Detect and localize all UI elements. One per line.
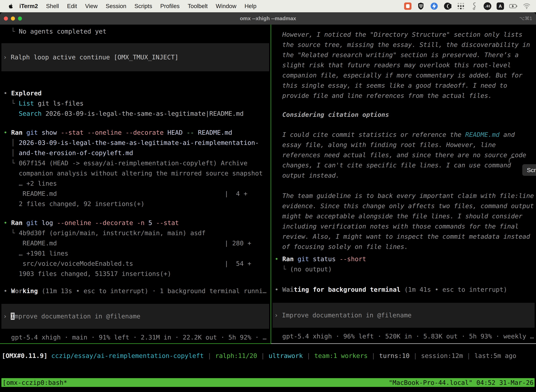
dots-grid-icon[interactable]: [457, 2, 465, 10]
terminal-line: 1903 files changed, 513517 insertions(+): [4, 269, 271, 279]
terminal-line: │ and-the-erosion-of-copyleft.md: [4, 148, 271, 158]
terminal-line: │ 2026-03-09-is-legal-the-same-as-legiti…: [4, 138, 271, 148]
terminal-line: references need actual files, and since …: [275, 150, 536, 160]
menu-item-profiles[interactable]: Profiles: [160, 3, 180, 9]
spacer: [4, 119, 271, 127]
ralph-loop-banner-text: › Ralph loop active continue [OMX_TMUX_I…: [3, 52, 178, 62]
text-segment: --short: [336, 255, 366, 263]
menu-item-toolbelt[interactable]: Toolbelt: [188, 3, 208, 9]
text-segment: › Improve documentation in @filename: [274, 312, 412, 319]
menu-item-shell[interactable]: Shell: [46, 3, 59, 9]
text-segment: last:5m ago: [474, 352, 516, 359]
menu-item-edit[interactable]: Edit: [67, 3, 77, 9]
keyboard-layout-label: A: [499, 4, 502, 9]
prompt-input-right[interactable]: › Improve documentation in @filename: [273, 303, 535, 328]
text-segment: of focusing solely on file lines.: [275, 243, 408, 250]
text-segment: └: [4, 100, 19, 107]
spacer: [275, 26, 536, 29]
text-segment: --oneline --decorate -n: [53, 219, 144, 226]
text-segment: |: [257, 352, 268, 359]
text-segment: └: [4, 159, 19, 167]
terminal-line: Search 2026-03-09-is-legal-the-same-as-l…: [4, 108, 271, 119]
pie-chart-icon[interactable]: [444, 2, 452, 10]
text-segment: turns:10: [379, 352, 410, 359]
text-segment: │: [4, 139, 19, 146]
menu-item-scripts[interactable]: Scripts: [134, 3, 152, 9]
window-title: omx --xhigh --madmax: [0, 15, 536, 21]
text-segment: [OMX#0.11.9]: [2, 352, 48, 359]
terminal-line: • Working (11m 13s • esc to interrupt) ·…: [4, 286, 271, 296]
text-segment: Ran: [282, 255, 294, 263]
text-segment: --stat --oneline --decorate: [57, 129, 163, 136]
wifi-icon[interactable]: [523, 2, 531, 10]
text-segment: 067f154 (HEAD -> essay/ai-reimplementati…: [19, 159, 247, 167]
count-badge-label: ..61: [485, 4, 490, 8]
text-segment: Wai: [282, 286, 294, 293]
terminal-line: README.md | 4 +: [4, 189, 271, 199]
ralph-loop-banner: › Ralph loop active continue [OMX_TMUX_I…: [1, 43, 269, 71]
text-segment: mprove documentation in @filename: [14, 313, 140, 320]
text-segment: •: [4, 219, 11, 226]
prompt-input-left[interactable]: › Improve documentation in @filename: [1, 304, 269, 329]
shield-grid-icon[interactable]: [417, 2, 425, 10]
terminal-line: … +1901 lines: [4, 248, 271, 258]
text-segment: 2026-03-09-is-legal-the-same-as-legitima…: [42, 110, 244, 117]
text-segment: gpt-5.4 xhigh · main · 91% left · 2.31M …: [4, 334, 267, 341]
lightning-hexagon-icon[interactable]: [430, 2, 438, 10]
menu-item-view[interactable]: View: [85, 3, 98, 9]
screen-recording-icon[interactable]: [404, 2, 412, 10]
left-pane[interactable]: └ No agents completed yet› Ralph loop ac…: [0, 25, 271, 344]
title-bar[interactable]: omx --xhigh --madmax ⌥⌘1: [0, 12, 536, 25]
text-segment: companion analysis without altering the …: [4, 170, 263, 177]
text-segment: companion file, especially if more comme…: [275, 72, 522, 79]
text-segment: •: [275, 255, 282, 263]
text-segment: and-the-erosion-of-copyleft.md: [19, 149, 133, 156]
text-segment: the source tree, missing the essay. Stil…: [275, 41, 530, 48]
terminal-line: of focusing solely on file lines.: [275, 242, 536, 252]
text-segment: README.md | 4 +: [4, 190, 247, 197]
battery-icon[interactable]: [509, 2, 517, 10]
text-segment: evidence. Since this change only affects…: [275, 202, 534, 210]
terminal-line: output instead.: [275, 170, 536, 181]
text-segment: might be acceptable alongside the file l…: [275, 213, 522, 220]
screen-tooltip: Scre: [522, 164, 536, 176]
squiggle-icon[interactable]: [470, 2, 478, 10]
text-segment: No agents completed yet: [19, 28, 107, 35]
count-badge-icon[interactable]: ..61: [483, 2, 491, 10]
terminal-line: including verification notes with those …: [275, 221, 536, 232]
menu-item-iterm2[interactable]: iTerm2: [19, 3, 38, 9]
terminal-line: • Ran git show --stat --oneline --decora…: [4, 127, 271, 138]
text-segment: •: [4, 129, 11, 136]
terminal-line: • Waiting for background terminal (1m 41…: [275, 285, 536, 295]
text-segment: gpt-5.4 xhigh · 96% left · 520K in · 5.8…: [275, 333, 534, 340]
spacer: [4, 71, 271, 88]
menu-item-window[interactable]: Window: [216, 3, 236, 9]
terminal-line: might be acceptable alongside the file l…: [275, 211, 536, 221]
terminal-line: └ No agents completed yet: [4, 26, 271, 37]
text-segment: (no output): [290, 266, 332, 273]
spacer: [275, 120, 536, 130]
keyboard-layout-icon[interactable]: A: [497, 2, 504, 10]
apple-menu-icon[interactable]: [8, 3, 15, 10]
text-segment: git ls-files: [34, 100, 84, 107]
terminal-line: this single essay, it seems like a good …: [275, 80, 536, 91]
text-segment: references need actual files, and since …: [275, 151, 526, 159]
prompt-input-left-text: › Improve documentation in @filename: [3, 311, 140, 321]
spacer: [4, 329, 271, 332]
terminal-line: 2 files changed, 92 insertions(+): [4, 199, 271, 209]
text-segment: 1903 files changed, 513517 insertions(+): [4, 270, 171, 277]
terminal-line: README.md | 280 +: [4, 238, 271, 248]
text-segment: HEAD: [163, 129, 182, 136]
text-segment: --: [183, 129, 194, 136]
terminal-line: I could cite commit statistics or refere…: [275, 130, 536, 140]
terminal-line: review. Also, I might want to inspect th…: [275, 232, 536, 242]
text-segment: The team guideline is to back every impo…: [275, 192, 534, 199]
menu-item-help[interactable]: Help: [244, 3, 256, 9]
terminal-line: └ 4b9d30f (origin/main, instructkr/main,…: [4, 228, 271, 238]
terminal-line: • Explored: [4, 88, 271, 98]
right-pane[interactable]: Scre However, I noticed the "Directory S…: [271, 25, 536, 344]
text-segment: cczip/essay/ai-reimplementation-copyleft: [48, 352, 204, 359]
menu-item-session[interactable]: Session: [106, 3, 126, 9]
text-segment: team:1 workers: [314, 352, 368, 359]
tmux-host-clock: "MacBook-Pro-44.local" 04:52 31-Mar-26: [389, 379, 534, 386]
